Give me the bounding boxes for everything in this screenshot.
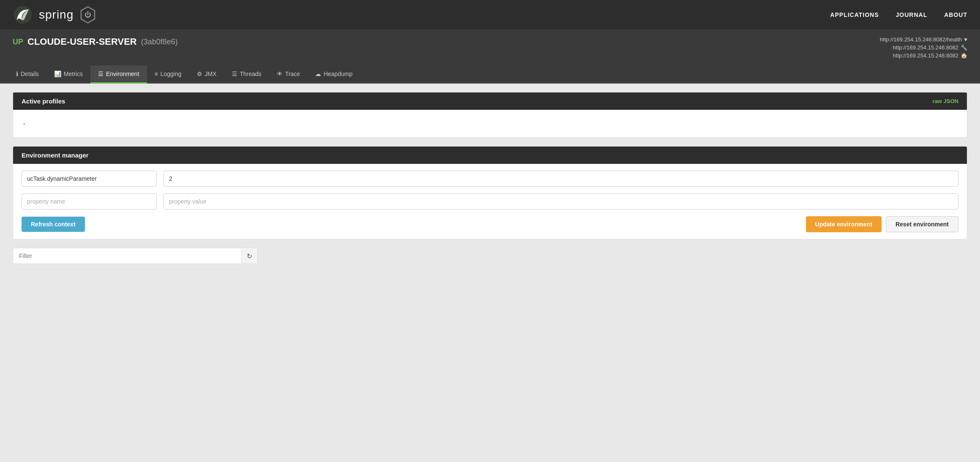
active-profiles-body: - (13, 110, 967, 137)
environment-manager-header: Environment manager (13, 147, 967, 164)
server-header: UP CLOUDE-USER-SERVER (3ab0f8e6) http://… (0, 30, 980, 65)
property-name-current-input[interactable] (22, 171, 157, 187)
active-profiles-card: Active profiles raw JSON - (13, 92, 967, 138)
filter-bar: ↻ (13, 248, 258, 264)
tab-metrics[interactable]: 📊 Metrics (46, 65, 90, 84)
refresh-context-button[interactable]: Refresh context (22, 217, 85, 232)
heart-icon: ♥ (964, 36, 967, 43)
tab-details[interactable]: ℹ Details (8, 65, 46, 84)
server-name: CLOUDE-USER-SERVER (27, 36, 137, 47)
filter-input[interactable] (13, 248, 241, 264)
tab-heapdump[interactable]: ☁ Heapdump (308, 65, 360, 84)
power-hex-icon: ⏻ (79, 6, 96, 23)
tab-jmx[interactable]: ⚙ JMX (189, 65, 224, 84)
active-profiles-header: Active profiles raw JSON (13, 92, 967, 110)
main-content: Active profiles raw JSON - Environment m… (0, 84, 980, 281)
health-link[interactable]: http://169.254.15.246:8082/health ♥ (880, 36, 967, 43)
property-value-new-container (163, 193, 958, 209)
env-actions-row: Refresh context Update environment Reset… (22, 216, 958, 232)
gear-icon: ⚙ (197, 71, 202, 77)
svg-text:⏻: ⏻ (84, 11, 91, 18)
property-name-current-container (22, 171, 157, 187)
journal-link[interactable]: JOURNAL (896, 11, 928, 18)
property-name-new-container (22, 193, 157, 209)
spring-leaf-icon (13, 5, 33, 25)
threads-icon: ☰ (232, 71, 237, 77)
actuator-link-1[interactable]: http://169.254.15.246:8082 🔧 (880, 44, 967, 51)
info-icon: ℹ (16, 71, 18, 77)
environment-manager-card: Environment manager (13, 146, 967, 239)
home-icon: 🏠 (961, 52, 967, 59)
bar-chart-icon: 📊 (54, 71, 61, 77)
wrench-icon: 🔧 (961, 44, 967, 51)
active-profiles-value: - (22, 117, 958, 130)
logo-area: spring ⏻ (13, 5, 96, 25)
environment-manager-body: Refresh context Update environment Reset… (13, 164, 967, 239)
property-value-input[interactable] (163, 193, 958, 209)
env-current-row (22, 171, 958, 187)
cloud-icon: ☁ (315, 71, 321, 77)
active-profiles-title: Active profiles (22, 98, 65, 105)
tab-threads[interactable]: ☰ Threads (224, 65, 269, 84)
app-name-label: spring (39, 8, 74, 22)
server-links-area: http://169.254.15.246:8082/health ♥ http… (880, 36, 967, 59)
property-value-current-container (163, 171, 958, 187)
top-navigation: spring ⏻ APPLICATIONS JOURNAL ABOUT (0, 0, 980, 30)
actuator-link-2[interactable]: http://169.254.15.246:8082 🏠 (880, 52, 967, 59)
svg-point-0 (14, 6, 32, 24)
applications-link[interactable]: APPLICATIONS (830, 11, 879, 18)
list-icon: ☰ (98, 71, 103, 77)
tab-environment[interactable]: ☰ Environment (90, 65, 147, 84)
top-nav-links: APPLICATIONS JOURNAL ABOUT (830, 11, 967, 18)
property-value-current-input[interactable] (163, 171, 958, 187)
filter-refresh-button[interactable]: ↻ (241, 249, 257, 264)
environment-manager-title: Environment manager (22, 152, 88, 159)
property-name-input[interactable] (22, 193, 157, 209)
refresh-icon: ↻ (247, 253, 252, 260)
server-title-area: UP CLOUDE-USER-SERVER (3ab0f8e6) (13, 36, 178, 47)
about-link[interactable]: ABOUT (944, 11, 967, 18)
env-right-buttons: Update environment Reset environment (806, 216, 958, 232)
raw-json-link[interactable]: raw JSON (933, 98, 958, 104)
eye-icon: 👁 (277, 71, 283, 77)
env-new-row (22, 193, 958, 209)
update-environment-button[interactable]: Update environment (806, 216, 882, 232)
lines-icon: ≡ (155, 71, 158, 77)
server-id: (3ab0f8e6) (141, 38, 178, 46)
tab-bar: ℹ Details 📊 Metrics ☰ Environment ≡ Logg… (0, 65, 980, 84)
reset-environment-button[interactable]: Reset environment (886, 216, 958, 232)
tab-logging[interactable]: ≡ Logging (147, 65, 189, 84)
tab-trace[interactable]: 👁 Trace (269, 65, 308, 84)
server-status: UP (13, 38, 23, 46)
